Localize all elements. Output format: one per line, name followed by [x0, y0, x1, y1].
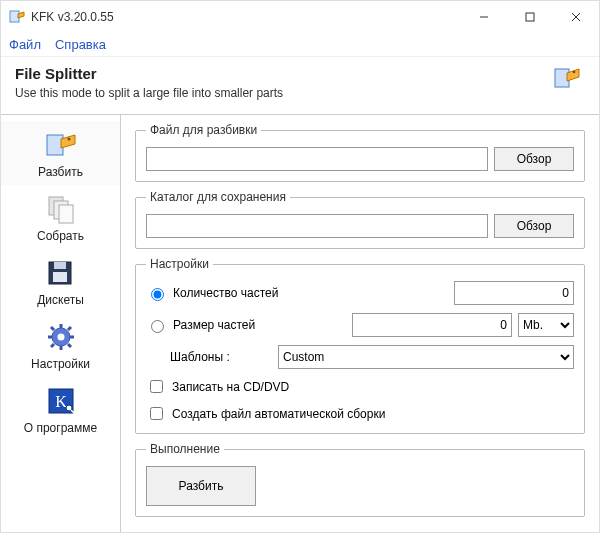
titlebar: KFK v3.20.0.55	[1, 1, 599, 33]
sidebar-item-about[interactable]: K О программе	[1, 377, 120, 441]
radio-count-label: Количество частей	[173, 286, 448, 300]
checkbox-autofile[interactable]	[150, 407, 163, 420]
split-button[interactable]: Разбить	[146, 466, 256, 506]
group-legend: Выполнение	[146, 442, 224, 456]
radio-size[interactable]	[151, 320, 164, 333]
svg-line-24	[51, 344, 54, 347]
group-settings: Настройки Количество частей Размер часте…	[135, 257, 585, 434]
svg-text:K: K	[55, 393, 67, 410]
templates-label: Шаблоны :	[170, 350, 270, 364]
svg-point-6	[573, 71, 576, 74]
sidebar: Разбить Собрать Дискеты	[1, 115, 121, 533]
count-input[interactable]	[454, 281, 574, 305]
size-input[interactable]	[352, 313, 512, 337]
close-button[interactable]	[553, 1, 599, 33]
template-select[interactable]: Custom	[278, 345, 574, 369]
floppy-icon	[41, 255, 81, 291]
svg-rect-13	[54, 262, 66, 269]
sidebar-item-split[interactable]: Разбить	[1, 121, 120, 185]
page-subtitle: Use this mode to split a large file into…	[15, 86, 585, 100]
main-content: Файл для разбивки Обзор Каталог для сохр…	[121, 115, 599, 533]
group-legend: Настройки	[146, 257, 213, 271]
merge-icon	[41, 191, 81, 227]
save-dir-input[interactable]	[146, 214, 488, 238]
svg-rect-11	[59, 205, 73, 223]
browse-dir-button[interactable]: Обзор	[494, 214, 574, 238]
menu-help[interactable]: Справка	[55, 37, 106, 52]
svg-line-21	[51, 327, 54, 330]
size-unit-select[interactable]: Mb.	[518, 313, 574, 337]
sidebar-item-label: Собрать	[37, 229, 84, 243]
split-icon	[41, 127, 81, 163]
app-icon	[9, 9, 25, 25]
checkbox-cd-dvd[interactable]	[150, 380, 163, 393]
maximize-button[interactable]	[507, 1, 553, 33]
svg-point-8	[67, 138, 70, 141]
sidebar-item-floppy[interactable]: Дискеты	[1, 249, 120, 313]
sidebar-item-settings[interactable]: Настройки	[1, 313, 120, 377]
sidebar-item-label: Дискеты	[37, 293, 84, 307]
svg-line-22	[68, 344, 71, 347]
svg-rect-14	[53, 272, 67, 282]
sidebar-item-label: Настройки	[31, 357, 90, 371]
checkbox-cd-dvd-label: Записать на CD/DVD	[172, 380, 289, 394]
sidebar-item-label: Разбить	[38, 165, 83, 179]
minimize-button[interactable]	[461, 1, 507, 33]
group-save-dir: Каталог для сохранения Обзор	[135, 190, 585, 249]
browse-file-button[interactable]: Обзор	[494, 147, 574, 171]
radio-size-label: Размер частей	[173, 318, 346, 332]
group-file-to-split: Файл для разбивки Обзор	[135, 123, 585, 182]
group-legend: Каталог для сохранения	[146, 190, 290, 204]
file-path-input[interactable]	[146, 147, 488, 171]
group-legend: Файл для разбивки	[146, 123, 261, 137]
split-icon	[553, 65, 581, 93]
about-icon: K	[41, 383, 81, 419]
svg-rect-2	[526, 13, 534, 21]
menubar: Файл Справка	[1, 33, 599, 57]
menu-file[interactable]: Файл	[9, 37, 41, 52]
radio-count[interactable]	[151, 288, 164, 301]
gear-icon	[41, 319, 81, 355]
page-title: File Splitter	[15, 65, 585, 82]
svg-point-16	[57, 334, 64, 341]
sidebar-item-label: О программе	[24, 421, 97, 435]
group-execution: Выполнение Разбить	[135, 442, 585, 517]
svg-line-23	[68, 327, 71, 330]
sidebar-item-merge[interactable]: Собрать	[1, 185, 120, 249]
checkbox-autofile-label: Создать файл автоматической сборки	[172, 407, 385, 421]
page-header: File Splitter Use this mode to split a l…	[1, 57, 599, 115]
window-title: KFK v3.20.0.55	[31, 10, 461, 24]
